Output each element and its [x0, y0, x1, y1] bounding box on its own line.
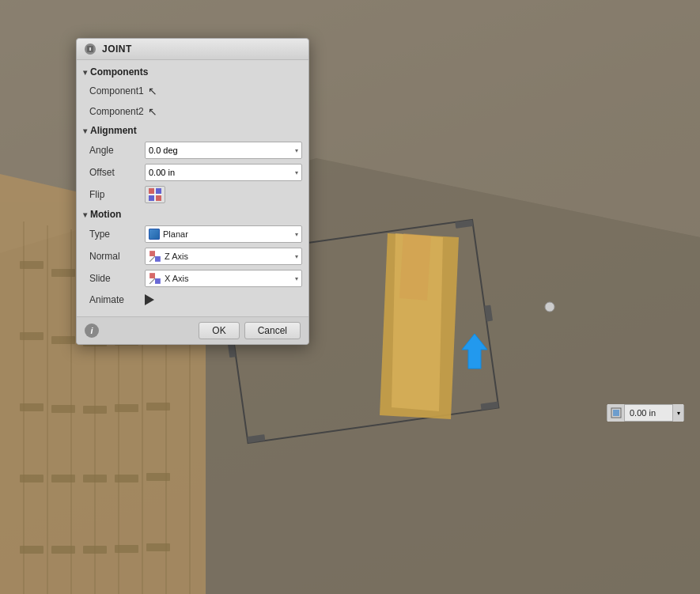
svg-rect-43: [83, 546, 107, 554]
footer-buttons: OK Cancel: [199, 322, 301, 339]
flip-row: Flip: [77, 183, 308, 206]
normal-label: Normal: [89, 251, 145, 262]
normal-select[interactable]: Z Axis ▾: [145, 248, 302, 265]
dialog-titlebar: JOINT: [77, 39, 308, 60]
offset-input[interactable]: 0.00 in ▾: [145, 164, 302, 181]
type-select[interactable]: Planar ▾: [145, 225, 302, 243]
type-control: Planar ▾: [145, 225, 302, 243]
svg-rect-26: [20, 332, 44, 340]
component1-row: Component1 ↖: [77, 81, 308, 101]
svg-rect-38: [83, 475, 107, 482]
svg-rect-54: [156, 188, 161, 194]
info-button[interactable]: i: [85, 323, 99, 338]
svg-rect-33: [83, 406, 107, 414]
dialog-title: JOINT: [102, 44, 132, 55]
animate-row: Animate: [77, 289, 308, 310]
components-section-header[interactable]: ▾ Components: [77, 63, 308, 81]
svg-rect-32: [51, 405, 75, 413]
motion-chevron: ▾: [83, 210, 87, 219]
input-icon: [607, 404, 625, 422]
svg-rect-39: [115, 475, 138, 482]
svg-line-64: [149, 278, 155, 284]
normal-control: Z Axis ▾: [145, 248, 302, 265]
offset-dropdown-arrow[interactable]: ▾: [295, 169, 298, 176]
svg-rect-55: [149, 195, 154, 201]
svg-rect-42: [51, 546, 75, 554]
type-dropdown-arrow[interactable]: ▾: [295, 231, 298, 238]
slide-value: X Axis: [165, 274, 292, 283]
angle-label: Angle: [89, 145, 145, 156]
dialog-footer: i OK Cancel: [77, 316, 308, 344]
normal-dropdown-arrow[interactable]: ▾: [295, 253, 298, 260]
svg-rect-27: [51, 336, 75, 344]
input-value: 0.00 in: [625, 408, 672, 418]
alignment-chevron: ▾: [83, 127, 87, 135]
animate-play-button[interactable]: [145, 294, 156, 305]
component2-cursor-icon: ↖: [148, 105, 157, 118]
animate-control: [145, 294, 302, 305]
dialog-title-icon: [85, 44, 96, 55]
svg-rect-31: [20, 403, 44, 411]
svg-marker-11: [399, 233, 431, 301]
svg-rect-50: [613, 410, 619, 416]
svg-rect-45: [146, 543, 170, 551]
components-label: Components: [90, 66, 148, 78]
flip-control: [145, 186, 302, 203]
ok-button[interactable]: OK: [199, 322, 239, 339]
svg-line-61: [149, 256, 155, 262]
svg-rect-56: [156, 195, 161, 201]
normal-value: Z Axis: [165, 252, 292, 261]
slide-row: Slide X Axis ▾: [77, 267, 308, 289]
slide-control: X Axis ▾: [145, 270, 302, 287]
flip-label: Flip: [89, 189, 145, 200]
component1-cursor-icon: ↖: [148, 85, 157, 97]
z-axis-icon: [149, 250, 161, 263]
component2-control[interactable]: ↖: [145, 105, 302, 118]
slide-label: Slide: [89, 273, 145, 284]
flip-icon: [148, 187, 162, 202]
joint-dialog: JOINT ▾ Components Component1 ↖ Componen…: [76, 38, 309, 345]
cancel-button[interactable]: Cancel: [244, 322, 301, 339]
slide-dropdown-arrow[interactable]: ▾: [295, 275, 298, 282]
component1-label: Component1: [89, 85, 145, 96]
angle-value: 0.0 deg: [149, 146, 178, 155]
viewport-input[interactable]: 0.00 in ▾: [607, 404, 684, 422]
component2-row: Component2 ↖: [77, 101, 308, 122]
svg-rect-53: [149, 188, 154, 194]
type-row: Type Planar ▾: [77, 223, 308, 245]
angle-dropdown-arrow[interactable]: ▾: [295, 147, 298, 154]
svg-rect-37: [51, 475, 75, 482]
angle-control: 0.0 deg ▾: [145, 142, 302, 159]
info-icon: i: [90, 326, 93, 335]
dialog-body: ▾ Components Component1 ↖ Component2 ↖ ▾…: [77, 60, 308, 316]
svg-rect-59: [149, 251, 155, 256]
offset-row: Offset 0.00 in ▾: [77, 161, 308, 183]
type-value: Planar: [163, 229, 292, 239]
components-chevron: ▾: [83, 68, 87, 77]
normal-row: Normal Z Axis ▾: [77, 245, 308, 267]
motion-label: Motion: [90, 209, 121, 220]
svg-rect-62: [149, 273, 155, 278]
motion-section-header[interactable]: ▾ Motion: [77, 206, 308, 223]
svg-rect-40: [146, 473, 170, 481]
alignment-section-header[interactable]: ▾ Alignment: [77, 122, 308, 139]
alignment-label: Alignment: [90, 125, 137, 136]
angle-row: Angle 0.0 deg ▾: [77, 139, 308, 161]
offset-value: 0.00 in: [149, 168, 175, 177]
svg-rect-41: [20, 546, 44, 554]
angle-input[interactable]: 0.0 deg ▾: [145, 142, 302, 159]
component1-control[interactable]: ↖: [145, 85, 302, 97]
slide-select[interactable]: X Axis ▾: [145, 270, 302, 287]
type-label: Type: [89, 229, 145, 240]
x-axis-icon: [149, 272, 161, 285]
offset-label: Offset: [89, 167, 145, 178]
svg-rect-63: [155, 278, 161, 284]
offset-control: 0.00 in ▾: [145, 164, 302, 181]
svg-rect-36: [20, 475, 44, 482]
svg-rect-21: [20, 261, 44, 269]
input-dropdown-arrow[interactable]: ▾: [672, 404, 683, 422]
component2-label: Component2: [89, 106, 145, 117]
type-planar-icon: [149, 229, 160, 240]
flip-button[interactable]: [145, 186, 165, 203]
animate-label: Animate: [89, 294, 145, 305]
